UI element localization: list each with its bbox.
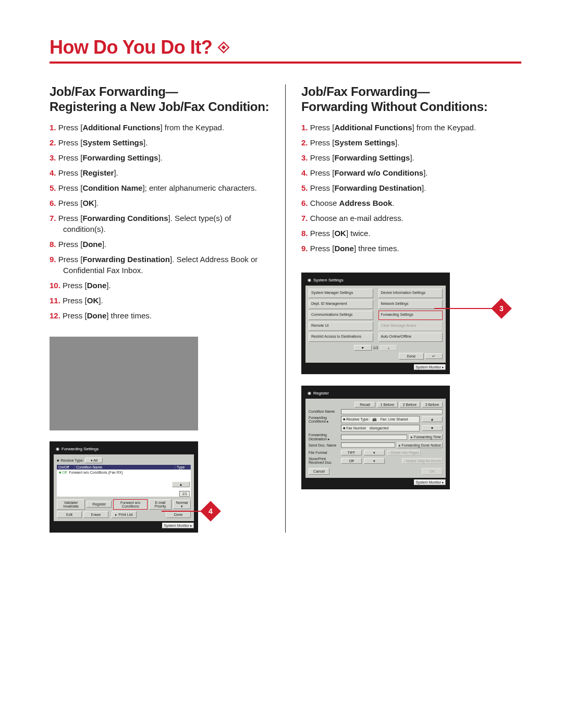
recall-button[interactable]: Recall (354, 402, 375, 408)
step-number: 1. (50, 123, 58, 132)
system-monitor-button[interactable]: System Monitor ▸ (414, 479, 446, 485)
settings-item[interactable]: Forwarding Settings (378, 311, 443, 320)
list-item[interactable]: ■ Off Forward w/o Conditions (Fax RX) (57, 470, 191, 475)
forwarding-done-notice-button[interactable]: ▸ Forwarding Done Notice (397, 442, 443, 448)
scroll-up-button[interactable]: ▲ (172, 482, 190, 487)
settings-item[interactable]: Remote UI (309, 322, 373, 331)
title-ornament-icon (217, 41, 230, 54)
settings-item[interactable]: Device Information Settings (378, 289, 443, 298)
title-rule (50, 61, 521, 64)
step-bold: Done (87, 311, 107, 320)
before-2-button[interactable]: 2 Before (399, 402, 420, 408)
step-number: 5. (50, 183, 58, 192)
right-heading-line1: Job/Fax Forwarding— (301, 84, 430, 98)
step-number: 4. (50, 168, 58, 177)
page-up-button[interactable]: ▲ (380, 345, 397, 351)
step-number: 8. (301, 229, 310, 238)
step-item: 9. Press [Done] three times. (301, 243, 521, 254)
before-3-button[interactable]: 3 Before (422, 402, 443, 408)
step-bold: Done (334, 244, 354, 253)
before-1-button[interactable]: 1 Before (377, 402, 398, 408)
settings-item[interactable]: Restrict Access to Destinations (309, 332, 373, 342)
condition-name-label: Condition Name (309, 410, 339, 413)
notice-errors-button: ▫ Notice Only for Errors (402, 458, 443, 464)
print-list-button[interactable]: ▸ Print List (112, 511, 137, 518)
store-print-label: Store/Print Received Doc. (309, 457, 339, 465)
settings-item[interactable]: Communications Settings (309, 311, 373, 320)
system-monitor-button[interactable]: System Monitor ▸ (162, 523, 194, 528)
step-item: 8. Press [Done]. (50, 239, 270, 250)
right-heading: Job/Fax Forwarding— Forwarding Without C… (301, 84, 521, 115)
cancel-button[interactable]: Cancel (309, 468, 329, 475)
step-number: 6. (50, 199, 58, 207)
step-bold: OK (334, 229, 346, 238)
right-heading-line2: Forwarding Without Conditions: (301, 100, 487, 114)
register-button[interactable]: Register (87, 501, 112, 508)
step-bold: Forwarding Conditions (82, 214, 168, 223)
step-number: 9. (301, 244, 310, 253)
step-item: 1. Press [Additional Functions] from the… (301, 122, 521, 133)
step-number: 3. (301, 153, 310, 162)
step-bold: Forwarding Settings (82, 153, 158, 162)
panel-title: System Settings (313, 278, 344, 282)
step-bold: Done (82, 240, 102, 249)
cond-down-button[interactable]: ▼ (422, 425, 443, 431)
step-bold: Forward w/o Conditions (334, 168, 423, 177)
step-number: 9. (50, 255, 58, 264)
settings-item[interactable]: System Manager Settings (309, 289, 373, 298)
condition-name-field[interactable] (341, 409, 443, 414)
send-doc-name-field[interactable] (341, 442, 395, 448)
forward-no-conditions-button[interactable]: Forward w/o Conditions (113, 499, 148, 510)
store-print-value[interactable]: Off (341, 458, 362, 464)
step-number: 2. (301, 138, 310, 147)
step-item: 9. Press [Forwarding Destination]. Selec… (50, 254, 270, 276)
erase-button[interactable]: Erase (83, 511, 108, 518)
cond-up-button[interactable]: ▲ (422, 416, 443, 422)
callout-3: 3 (434, 301, 509, 316)
step-item: 1. Press [Additional Functions] from the… (50, 122, 270, 133)
done-button[interactable]: Done (399, 353, 424, 360)
page-indicator: 1/3 (373, 346, 378, 350)
callout-diamond-3: 3 (491, 298, 512, 319)
step-item: 8. Press [OK] twice. (301, 228, 521, 239)
left-heading-line1: Job/Fax Forwarding— (50, 84, 178, 98)
file-format-value[interactable]: TIFF (341, 450, 362, 455)
step-number: 7. (50, 214, 58, 223)
right-screenshot-2-wrap: Register Recall 1 Before 2 Before 3 Befo… (301, 386, 450, 489)
fax-number-box: ■ Fax Number disregarded (341, 425, 420, 431)
forwarding-destination-label: Forwarding Destination ▸ (309, 433, 339, 441)
system-monitor-button[interactable]: System Monitor ▸ (414, 364, 446, 370)
file-format-dropdown[interactable]: ▾ (364, 450, 385, 455)
left-steps-list: 1. Press [Additional Functions] from the… (50, 122, 270, 321)
step-item: 5. Press [Forwarding Destination]. (301, 182, 521, 193)
right-screenshot-1-wrap: System Settings System Manager SettingsD… (301, 273, 450, 374)
validate-button[interactable]: Validate/ Invalidate (57, 499, 85, 510)
step-number: 2. (50, 138, 58, 147)
divide-pages-button[interactable]: ▫ Divide into Pages (387, 450, 421, 455)
settings-item[interactable]: Clear Message Board (378, 322, 443, 331)
left-column: Job/Fax Forwarding— Registering a New Jo… (50, 84, 285, 533)
settings-item[interactable]: Network Settings (378, 300, 443, 309)
callout-4: 4 (162, 504, 218, 519)
settings-item[interactable]: Auto Online/Offline (378, 332, 443, 342)
edit-button[interactable]: Edit (57, 511, 82, 518)
step-bold: Additional Functions (82, 123, 160, 132)
callout-diamond-4: 4 (200, 501, 221, 522)
step-number: 5. (301, 183, 310, 192)
left-screenshot-2-wrap: Forwarding Settings ■ Receive Type: ▾ Al… (50, 441, 198, 533)
step-bold: System Settings (82, 138, 143, 147)
left-screenshot-1 (50, 337, 198, 430)
forwarding-destination-field[interactable] (341, 435, 407, 440)
ok-button[interactable]: OK (422, 468, 443, 475)
page-down-button[interactable]: ▼ (354, 345, 372, 351)
store-print-dropdown[interactable]: ▾ (364, 458, 385, 464)
forwarding-time-button[interactable]: ▸ Forwarding Time (409, 434, 443, 440)
list-body: ■ Off Forward w/o Conditions (Fax RX) ▲ … (57, 470, 191, 497)
step-number: 4. (301, 168, 310, 177)
send-doc-name-label: Send Doc. Name (309, 443, 339, 447)
forwarding-conditions-box: ■ Receive Type: 📠 Fax: Line Shared (341, 416, 420, 423)
receive-type-dropdown[interactable]: ▾ All (85, 458, 103, 463)
settings-item[interactable]: Dept. ID Management (309, 300, 373, 309)
step-item: 7. Press [Forwarding Conditions]. Select… (50, 213, 270, 235)
close-button[interactable]: ↵ (425, 353, 443, 359)
